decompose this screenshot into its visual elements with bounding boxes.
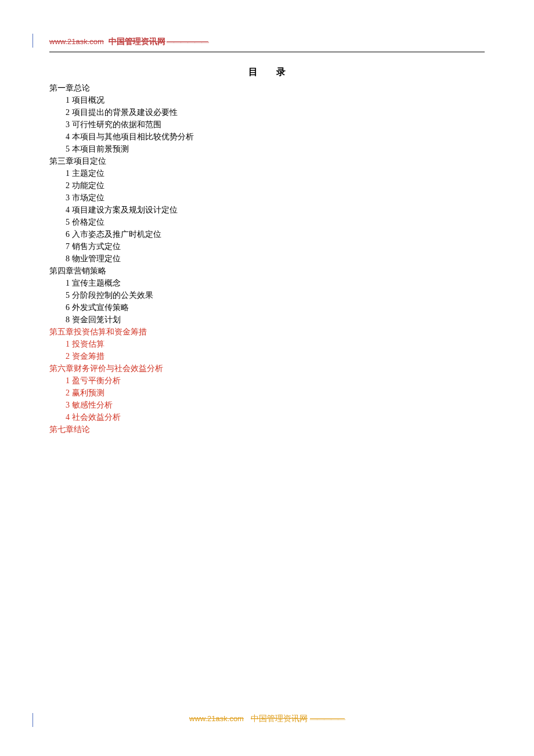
page-header: www.21ask.com 中国管理资讯网 —————— — [49, 36, 485, 47]
toc-subitem: 2 项目提出的背景及建设必要性 — [49, 106, 485, 118]
revision-mark-top — [33, 34, 33, 48]
toc-subitem: 6 入市姿态及推广时机定位 — [49, 228, 485, 240]
footer-url: www.21ask.com — [189, 714, 244, 723]
toc-chapter: 第七章结论 — [49, 423, 485, 435]
toc-subitem: 5 本项目前景预测 — [49, 143, 485, 155]
toc-subitem: 5 价格定位 — [49, 216, 485, 228]
toc-chapter: 第四章营销策略 — [49, 265, 485, 277]
header-url: www.21ask.com — [49, 37, 104, 46]
table-of-contents: 第一章总论1 项目概况2 项目提出的背景及建设必要性3 可行性研究的依据和范围4… — [49, 82, 485, 435]
toc-subitem: 7 销售方式定位 — [49, 240, 485, 253]
header-dash: —————— — [167, 37, 208, 46]
header-rule — [49, 52, 485, 52]
toc-subitem: 2 功能定位 — [49, 179, 485, 192]
toc-chapter: 第三章项目定位 — [49, 155, 485, 167]
toc-subitem: 2 赢利预测 — [49, 387, 485, 399]
toc-subitem: 4 项目建设方案及规划设计定位 — [49, 204, 485, 216]
toc-chapter: 第五章投资估算和资金筹措 — [49, 326, 485, 338]
footer-site-name: 中国管理资讯网 — [251, 714, 308, 723]
toc-subitem: 3 可行性研究的依据和范围 — [49, 118, 485, 131]
toc-subitem: 1 投资估算 — [49, 338, 485, 350]
toc-subitem: 8 物业管理定位 — [49, 253, 485, 265]
toc-subitem: 3 市场定位 — [49, 192, 485, 204]
toc-subitem: 5 分阶段控制的公关效果 — [49, 289, 485, 301]
toc-subitem: 1 项目概况 — [49, 94, 485, 106]
toc-subitem: 1 宣传主题概念 — [49, 277, 485, 289]
toc-chapter: 第六章财务评价与社会效益分析 — [49, 362, 485, 375]
toc-subitem: 1 主题定位 — [49, 167, 485, 179]
footer-dash: ————— — [310, 714, 345, 723]
toc-subitem: 2 资金筹措 — [49, 350, 485, 362]
toc-subitem: 4 社会效益分析 — [49, 411, 485, 423]
toc-chapter: 第一章总论 — [49, 82, 485, 94]
toc-subitem: 4 本项目与其他项目相比较优势分析 — [49, 131, 485, 143]
toc-subitem: 1 盈亏平衡分析 — [49, 375, 485, 387]
page-footer: www.21ask.com 中国管理资讯网 ————— — [0, 713, 534, 724]
toc-title: 目 录 — [49, 66, 485, 78]
toc-subitem: 6 外发式宣传策略 — [49, 301, 485, 314]
toc-subitem: 8 资金回笼计划 — [49, 314, 485, 326]
header-site-name: 中国管理资讯网 — [109, 37, 165, 47]
toc-subitem: 3 敏感性分析 — [49, 399, 485, 411]
